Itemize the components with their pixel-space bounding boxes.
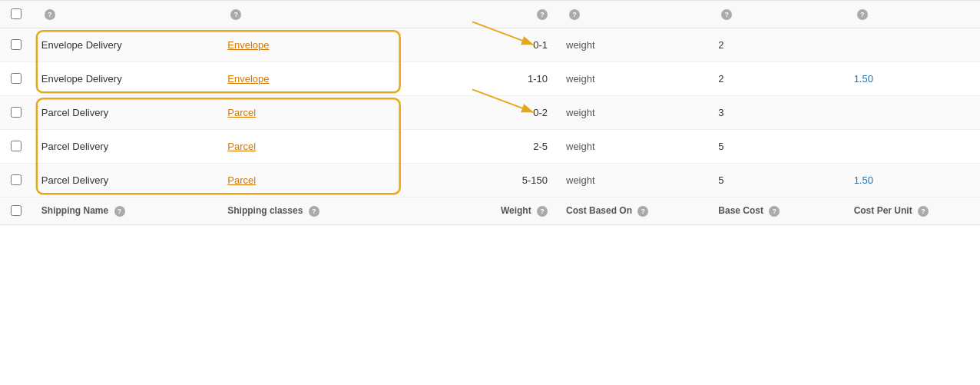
footer-cost-based-on-help-icon[interactable]: ? (637, 206, 648, 217)
shipping-classes-help-icon[interactable]: ? (230, 9, 241, 20)
row-cost-based-on-value: weight (566, 73, 595, 85)
table-row: Envelope DeliveryEnvelope0-1weight2 (0, 28, 980, 61)
row-base-cost-cell: 5 (709, 163, 844, 197)
header-weight: ? (405, 1, 557, 28)
footer-weight-label: Weight (501, 205, 531, 216)
footer-weight-help-icon[interactable]: ? (537, 206, 548, 217)
row-weight-value: 5-150 (522, 174, 548, 186)
row-shipping-class-link[interactable]: Parcel (227, 174, 256, 186)
row-shipping-class-cell: Parcel (218, 163, 404, 197)
row-cost-based-on-value: weight (566, 39, 595, 51)
footer-cost-per-unit-help-icon[interactable]: ? (918, 206, 929, 217)
row-shipping-class-link[interactable]: Envelope (227, 73, 269, 85)
footer-shipping-classes-help-icon[interactable]: ? (309, 206, 319, 217)
footer-cost-based-on: Cost Based On ? (557, 197, 709, 224)
row-shipping-class-cell: Parcel (218, 129, 404, 163)
row-cost-based-on-value: weight (566, 107, 595, 118)
table-row: Parcel DeliveryParcel2-5weight5 (0, 129, 980, 163)
row-shipping-class-cell: Envelope (218, 28, 404, 61)
row-cost-per-unit-cell: 1.50 (845, 163, 980, 197)
row-cost-per-unit-value: 1.50 (854, 73, 873, 85)
table-row: Parcel DeliveryParcel5-150weight51.50 (0, 163, 980, 197)
row-shipping-class-link[interactable]: Parcel (227, 107, 256, 118)
row-base-cost-cell: 3 (709, 95, 844, 129)
row-base-cost-value: 3 (718, 107, 723, 118)
row-cost-based-on-value: weight (566, 174, 595, 186)
row-cost-based-on-cell: weight (557, 61, 709, 95)
row-checkbox-cell (0, 61, 32, 95)
row-base-cost-cell: 5 (709, 129, 844, 163)
footer-shipping-name-label: Shipping Name (41, 205, 108, 216)
row-weight-cell: 2-5 (405, 129, 557, 163)
row-cost-per-unit-cell (845, 28, 980, 61)
select-all-checkbox[interactable] (11, 8, 22, 19)
footer-shipping-name-help-icon[interactable]: ? (114, 206, 125, 217)
cost-based-on-help-icon[interactable]: ? (569, 9, 580, 20)
row-checkbox[interactable] (11, 141, 22, 151)
shipping-name-help-icon[interactable]: ? (45, 9, 55, 20)
row-weight-cell: 0-1 (405, 28, 557, 61)
footer-cost-per-unit: Cost Per Unit ? (845, 197, 980, 224)
row-checkbox-cell (0, 95, 32, 129)
base-cost-help-icon[interactable]: ? (721, 9, 732, 20)
row-weight-value: 0-1 (533, 39, 548, 51)
header-cost-based-on: ? (557, 1, 709, 28)
row-cost-based-on-cell: weight (557, 163, 709, 197)
footer-base-cost-label: Base Cost (718, 205, 763, 216)
row-shipping-name-cell: Envelope Delivery (32, 28, 218, 61)
row-cost-based-on-cell: weight (557, 28, 709, 61)
row-shipping-name-cell: Parcel Delivery (32, 95, 218, 129)
footer-checkbox-col (0, 197, 32, 224)
footer-base-cost: Base Cost ? (709, 197, 844, 224)
row-cost-based-on-value: weight (566, 141, 595, 152)
footer-cost-per-unit-label: Cost Per Unit (854, 205, 912, 216)
row-weight-value: 1-10 (528, 73, 548, 85)
footer-weight: Weight ? (405, 197, 557, 224)
row-checkbox[interactable] (11, 73, 22, 84)
row-checkbox[interactable] (11, 174, 22, 185)
footer-base-cost-help-icon[interactable]: ? (769, 206, 780, 217)
select-all-footer-checkbox[interactable] (11, 205, 22, 216)
row-weight-cell: 0-2 (405, 95, 557, 129)
row-cost-per-unit-cell: 1.50 (845, 61, 980, 95)
row-checkbox[interactable] (11, 107, 22, 118)
row-shipping-name: Parcel Delivery (41, 107, 108, 118)
header-base-cost: ? (709, 1, 844, 28)
row-weight-cell: 5-150 (405, 163, 557, 197)
row-shipping-name-cell: Envelope Delivery (32, 61, 218, 95)
row-base-cost-cell: 2 (709, 61, 844, 95)
row-shipping-class-cell: Envelope (218, 61, 404, 95)
weight-help-icon[interactable]: ? (537, 9, 548, 20)
table-row: Envelope DeliveryEnvelope1-10weight21.50 (0, 61, 980, 95)
footer-shipping-name: Shipping Name ? (32, 197, 218, 224)
row-shipping-name-cell: Parcel Delivery (32, 129, 218, 163)
footer-shipping-classes-label: Shipping classes (227, 205, 303, 216)
row-base-cost-value: 2 (718, 39, 723, 51)
table-header-row: ? ? ? ? ? (0, 1, 980, 28)
row-base-cost-value: 2 (718, 73, 723, 85)
header-shipping-name: ? (32, 1, 218, 28)
row-checkbox-cell (0, 28, 32, 61)
row-shipping-class-link[interactable]: Envelope (227, 39, 269, 51)
row-cost-per-unit-value: 1.50 (854, 174, 873, 186)
row-checkbox-cell (0, 129, 32, 163)
row-shipping-class-link[interactable]: Parcel (227, 141, 256, 152)
cost-per-unit-help-icon[interactable]: ? (857, 9, 868, 20)
row-cost-per-unit-cell (845, 95, 980, 129)
header-shipping-classes: ? (218, 1, 404, 28)
row-shipping-name: Parcel Delivery (41, 174, 108, 186)
table-footer-row: Shipping Name ? Shipping classes ? Weigh… (0, 197, 980, 224)
row-base-cost-value: 5 (718, 141, 723, 152)
row-checkbox-cell (0, 163, 32, 197)
row-shipping-name: Envelope Delivery (41, 73, 122, 85)
row-base-cost-value: 5 (718, 174, 723, 186)
row-weight-value: 0-2 (533, 107, 548, 118)
row-weight-cell: 1-10 (405, 61, 557, 95)
row-cost-based-on-cell: weight (557, 129, 709, 163)
row-cost-based-on-cell: weight (557, 95, 709, 129)
footer-shipping-classes: Shipping classes ? (218, 197, 404, 224)
row-checkbox[interactable] (11, 39, 22, 50)
table-row: Parcel DeliveryParcel0-2weight3 (0, 95, 980, 129)
row-shipping-name-cell: Parcel Delivery (32, 163, 218, 197)
header-cost-per-unit: ? (845, 1, 980, 28)
